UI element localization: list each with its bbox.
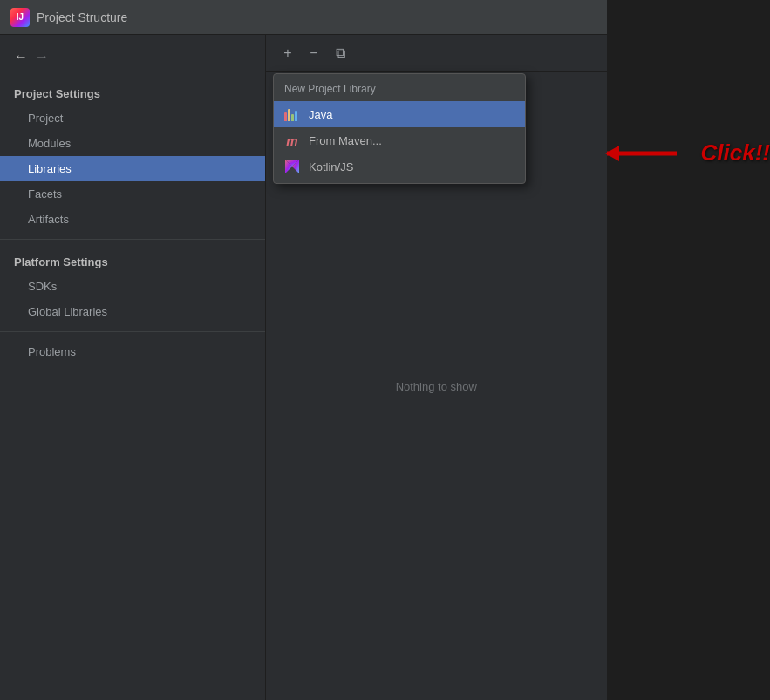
window-title: Project Structure — [37, 10, 127, 24]
sidebar-item-global-libraries[interactable]: Global Libraries — [0, 299, 265, 324]
add-button[interactable]: + — [276, 42, 299, 65]
sidebar-item-modules[interactable]: Modules — [0, 131, 265, 156]
dropdown-item-java[interactable]: Java — [274, 101, 525, 127]
sidebar: ← → Project Settings Project Modules Lib… — [0, 35, 266, 700]
title-bar: IJ Project Structure — [0, 0, 607, 35]
dropdown-item-maven-label: From Maven... — [309, 134, 382, 147]
back-button[interactable]: ← — [14, 49, 28, 65]
nav-arrows: ← → — [0, 42, 265, 78]
dropdown-header: New Project Library — [274, 78, 525, 99]
dropdown-item-kotlin-label: Kotlin/JS — [309, 160, 353, 173]
empty-state-text: Nothing to show — [396, 380, 477, 393]
java-icon — [284, 107, 300, 121]
click-annotation-label: Click!! — [701, 139, 770, 167]
sidebar-item-sdks[interactable]: SDKs — [0, 274, 265, 299]
sidebar-divider — [0, 239, 265, 240]
new-library-dropdown: New Project Library Java — [273, 73, 526, 184]
sidebar-item-problems[interactable]: Problems — [0, 339, 265, 364]
sidebar-item-project[interactable]: Project — [0, 105, 265, 131]
dropdown-item-kotlin[interactable]: Kotlin/JS — [274, 153, 525, 180]
sidebar-item-artifacts[interactable]: Artifacts — [0, 207, 265, 232]
dropdown-item-maven[interactable]: m From Maven... — [274, 127, 525, 153]
sidebar-item-facets[interactable]: Facets — [0, 181, 265, 207]
forward-button[interactable]: → — [35, 49, 49, 65]
kotlin-icon — [284, 160, 300, 173]
sidebar-divider-2 — [0, 331, 265, 332]
content-area: + − ⧉ New Project Library — [266, 35, 607, 700]
dropdown-item-java-label: Java — [309, 108, 332, 121]
copy-button[interactable]: ⧉ — [329, 42, 351, 65]
maven-icon: m — [284, 133, 300, 147]
remove-button[interactable]: − — [303, 42, 325, 65]
sidebar-item-libraries[interactable]: Libraries — [0, 156, 265, 181]
toolbar: + − ⧉ — [266, 35, 607, 72]
platform-settings-header: Platform Settings — [0, 250, 265, 274]
app-icon: IJ — [10, 8, 30, 27]
project-settings-header: Project Settings — [0, 82, 265, 105]
